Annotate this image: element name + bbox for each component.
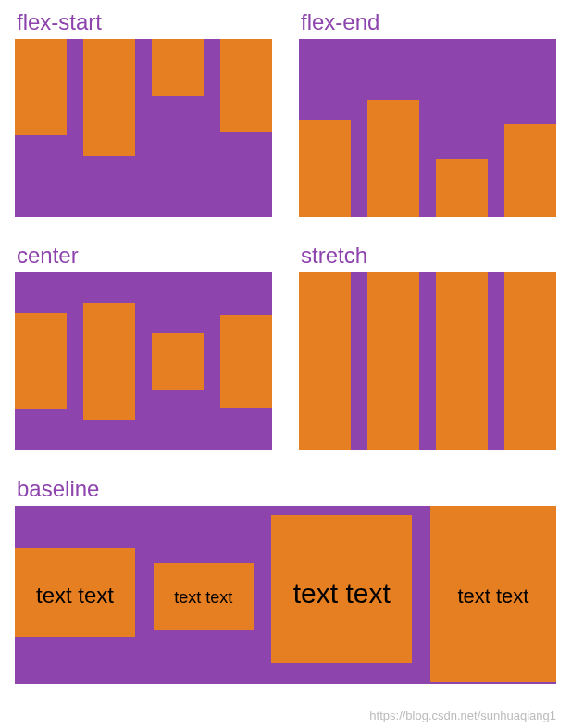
flex-item [83, 39, 135, 156]
container-flex-start [15, 39, 272, 217]
flex-item [367, 272, 419, 450]
flex-item [15, 313, 67, 409]
flex-item [152, 333, 204, 390]
label-baseline: baseline [15, 476, 556, 502]
flex-item [504, 272, 556, 450]
flex-item [15, 39, 67, 135]
flex-item-baseline: text text [430, 506, 556, 682]
watermark: https://blog.csdn.net/sunhuaqiang1 [369, 709, 556, 722]
baseline-text: text text [457, 584, 528, 609]
flex-item [83, 303, 135, 420]
flex-item-baseline: text text [271, 515, 412, 663]
label-stretch: stretch [299, 243, 556, 269]
flex-item [220, 315, 272, 408]
label-flex-end: flex-end [299, 9, 556, 35]
container-stretch [299, 272, 556, 450]
label-flex-start: flex-start [15, 9, 272, 35]
cell-stretch: stretch [299, 243, 556, 450]
flex-item-baseline: text text [154, 563, 254, 630]
container-center [15, 272, 272, 450]
cell-baseline: baseline text text text text text text t… [15, 476, 556, 684]
flex-item [504, 124, 556, 217]
flex-item [220, 39, 272, 132]
cell-center: center [15, 243, 272, 450]
row-2: center stretch [15, 243, 556, 450]
flex-item [299, 120, 351, 217]
baseline-text: text text [36, 583, 114, 609]
container-flex-end [299, 39, 556, 217]
container-baseline: text text text text text text text text [15, 506, 556, 684]
flex-item [367, 100, 419, 217]
row-1: flex-start flex-end [15, 9, 556, 217]
baseline-text: text text [293, 578, 391, 609]
flex-item [152, 39, 204, 96]
flex-item-baseline: text text [15, 548, 135, 637]
row-3: baseline text text text text text text t… [15, 476, 556, 684]
baseline-text: text text [174, 588, 232, 608]
flex-item [436, 159, 488, 217]
diagram-wrapper: flex-start flex-end center [0, 0, 571, 684]
label-center: center [15, 243, 272, 269]
flex-item [299, 272, 351, 450]
cell-flex-start: flex-start [15, 9, 272, 217]
flex-item [436, 272, 488, 450]
cell-flex-end: flex-end [299, 9, 556, 217]
